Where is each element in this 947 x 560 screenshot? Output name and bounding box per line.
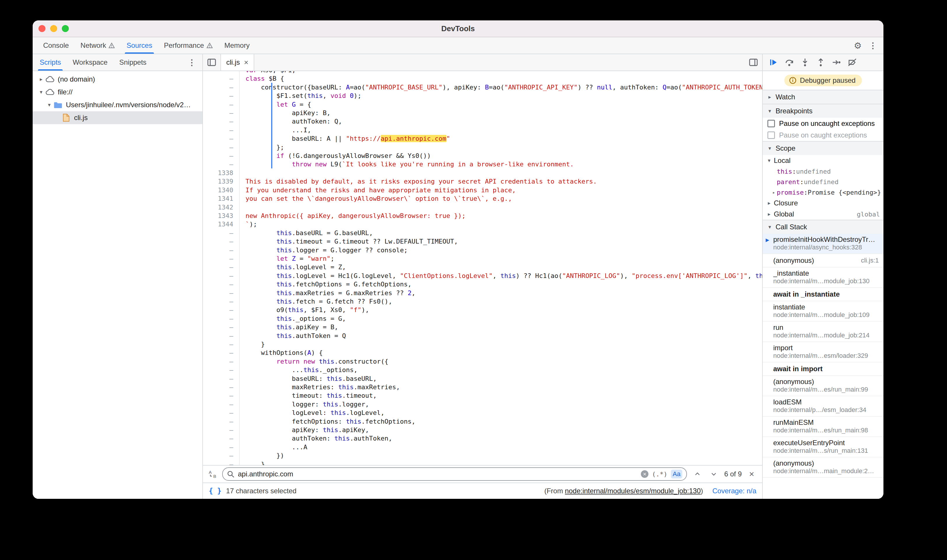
line-number[interactable]: – xyxy=(203,289,240,297)
code-line[interactable]: – }) xyxy=(203,451,762,460)
code-line[interactable]: – this.apiKey = B, xyxy=(203,323,762,331)
line-number[interactable]: – xyxy=(203,126,240,134)
code-line[interactable]: 1344`); xyxy=(203,220,762,228)
code-line[interactable]: 1342 xyxy=(203,203,762,212)
pretty-print-icon[interactable]: { } xyxy=(209,487,221,495)
scope-property[interactable]: this: undefined xyxy=(763,166,884,177)
previous-match-button[interactable] xyxy=(692,468,703,480)
settings-button[interactable]: ⚙ xyxy=(851,38,865,52)
resume-button[interactable] xyxy=(766,55,781,70)
code-line[interactable]: – this.maxRetries = G.maxRetries ?? 2, xyxy=(203,289,762,297)
code-editor[interactable]: –var Xs0, $F1,–class $B {– constructor({… xyxy=(203,71,762,465)
line-number[interactable]: – xyxy=(203,143,240,151)
panel-tab-console[interactable]: Console xyxy=(37,37,75,54)
code-line[interactable]: – apiKey: B, xyxy=(203,109,762,117)
line-number[interactable]: – xyxy=(203,383,240,391)
code-line[interactable]: – baseURL: A || "https://api.anthropic.c… xyxy=(203,134,762,143)
close-tab-icon[interactable]: × xyxy=(244,58,248,66)
coverage-link[interactable]: Coverage: n/a xyxy=(712,487,756,495)
line-number[interactable]: – xyxy=(203,83,240,91)
line-number[interactable]: – xyxy=(203,400,240,409)
tree-item[interactable]: cli.js xyxy=(32,111,202,124)
line-number[interactable]: – xyxy=(203,229,240,237)
code-line[interactable]: – this.baseURL = G.baseURL, xyxy=(203,229,762,237)
line-number[interactable]: – xyxy=(203,254,240,263)
step-over-button[interactable] xyxy=(781,55,797,70)
match-case-toggle[interactable]: Aa xyxy=(671,470,682,478)
line-number[interactable]: – xyxy=(203,91,240,100)
line-number[interactable]: – xyxy=(203,272,240,280)
code-line[interactable]: – this.logLevel = Z, xyxy=(203,263,762,271)
line-number[interactable]: – xyxy=(203,460,240,465)
line-number[interactable]: – xyxy=(203,280,240,288)
panel-tab-sources[interactable]: Sources xyxy=(121,37,158,54)
line-number[interactable]: – xyxy=(203,366,240,374)
code-line[interactable]: – } xyxy=(203,460,762,465)
call-stack-frame[interactable]: runMainESMnode:internal/m…es/run_main:98 xyxy=(763,417,884,437)
line-number[interactable]: – xyxy=(203,340,240,348)
call-stack-frame[interactable]: runnode:internal/m…module_job:214 xyxy=(763,322,884,342)
code-line[interactable]: –class $B { xyxy=(203,74,762,83)
scope-property[interactable]: parent: undefined xyxy=(763,177,884,187)
replace-toggle-icon[interactable]: AB xyxy=(208,469,217,479)
tree-item[interactable]: ▸(no domain) xyxy=(32,73,202,86)
line-number[interactable]: 1342 xyxy=(203,203,240,212)
line-number[interactable]: – xyxy=(203,160,240,168)
pause-on-caught-row[interactable]: Pause on caught exceptions xyxy=(763,129,884,141)
line-number[interactable]: – xyxy=(203,434,240,443)
sidebar-tab-scripts[interactable]: Scripts xyxy=(34,54,67,71)
step-out-button[interactable] xyxy=(813,55,828,70)
more-options-button[interactable]: ⋮ xyxy=(866,38,880,52)
code-line[interactable]: – ...I, xyxy=(203,126,762,134)
code-line[interactable]: – throw new L9(`It looks like you're run… xyxy=(203,160,762,168)
toggle-debugger-sidebar-button[interactable] xyxy=(745,54,762,71)
code-line[interactable]: – }; xyxy=(203,143,762,151)
line-number[interactable]: – xyxy=(203,246,240,254)
panel-tab-memory[interactable]: Memory xyxy=(219,37,256,54)
code-line[interactable]: – ...A xyxy=(203,443,762,451)
code-line[interactable]: – return new this.constructor({ xyxy=(203,357,762,366)
code-line[interactable]: – fetchOptions: this.fetchOptions, xyxy=(203,417,762,426)
panel-tab-performance[interactable]: Performance xyxy=(158,37,218,54)
line-number[interactable]: – xyxy=(203,237,240,246)
sidebar-tab-snippets[interactable]: Snippets xyxy=(113,54,152,71)
line-number[interactable]: – xyxy=(203,348,240,357)
line-number[interactable]: 1340 xyxy=(203,186,240,194)
line-number[interactable]: 1344 xyxy=(203,220,240,228)
pause-on-uncaught-row[interactable]: Pause on uncaught exceptions xyxy=(763,118,884,129)
call-stack-frame[interactable]: (anonymous)cli.js:1 xyxy=(763,254,884,268)
tree-item[interactable]: ▾file:// xyxy=(32,86,202,98)
code-line[interactable]: – o9(this, $F1, Xs0, "f"), xyxy=(203,306,762,314)
line-number[interactable]: – xyxy=(203,332,240,340)
sidebar-tab-workspace[interactable]: Workspace xyxy=(67,54,113,71)
line-number[interactable]: – xyxy=(203,100,240,109)
code-line[interactable]: – this.logger = G.logger ?? console; xyxy=(203,246,762,254)
code-line[interactable]: 1341you can set the \`dangerouslyAllowBr… xyxy=(203,194,762,203)
line-number[interactable]: – xyxy=(203,74,240,83)
scope-group-closure[interactable]: ▸Closure xyxy=(763,197,884,209)
code-line[interactable]: – } xyxy=(203,340,762,348)
code-line[interactable]: – ...this._options, xyxy=(203,366,762,374)
search-input[interactable] xyxy=(238,470,637,478)
line-number[interactable]: – xyxy=(203,357,240,366)
line-number[interactable]: 1339 xyxy=(203,177,240,186)
code-line[interactable]: – this.fetch = G.fetch ?? Fs0(), xyxy=(203,297,762,306)
call-stack-frame[interactable]: instantiatenode:internal/m…module_job:10… xyxy=(763,301,884,322)
call-stack-frame[interactable]: importnode:internal/m…esm/loader:329 xyxy=(763,342,884,363)
toggle-navigator-button[interactable] xyxy=(203,54,221,71)
line-number[interactable]: – xyxy=(203,117,240,126)
code-line[interactable]: – this.logLevel = Hc1(G.logLevel, "Clien… xyxy=(203,272,762,280)
deactivate-breakpoints-button[interactable] xyxy=(844,55,860,70)
section-watch[interactable]: ▸ Watch xyxy=(763,90,884,104)
disclosure-arrow[interactable]: ▾ xyxy=(37,89,45,95)
code-line[interactable]: 1343new Anthropic({ apiKey, dangerouslyA… xyxy=(203,212,762,220)
code-line[interactable]: – maxRetries: this.maxRetries, xyxy=(203,383,762,391)
pause-on-uncaught-checkbox[interactable] xyxy=(767,120,775,127)
editor-tab-cli-js[interactable]: cli.js × xyxy=(221,54,254,71)
code-line[interactable]: –var Xs0, $F1, xyxy=(203,71,762,74)
code-line[interactable]: – constructor({baseURL: A=ao("ANTHROPIC_… xyxy=(203,83,762,91)
code-line[interactable]: – authToken: Q, xyxy=(203,117,762,126)
close-window-button[interactable] xyxy=(39,25,45,32)
code-line[interactable]: 1338 xyxy=(203,169,762,177)
line-number[interactable]: – xyxy=(203,306,240,314)
